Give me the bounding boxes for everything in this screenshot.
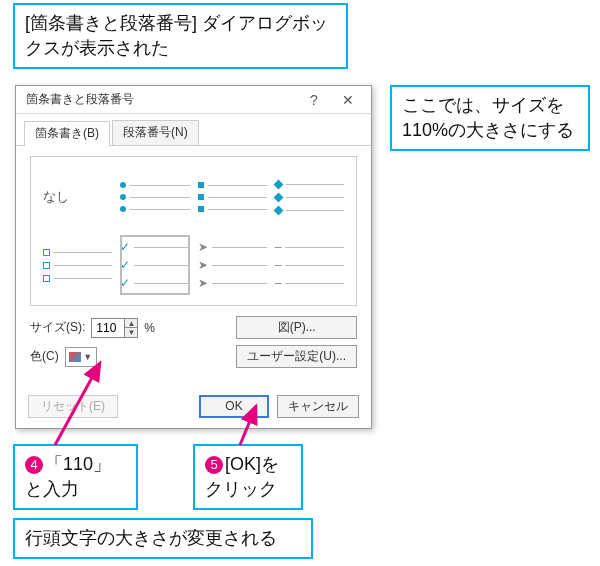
bullet-option-box[interactable] [43, 235, 112, 295]
help-button[interactable]: ? [297, 89, 331, 111]
cancel-button[interactable]: キャンセル [277, 395, 359, 418]
tab-numbering[interactable]: 段落番号(N) [112, 120, 199, 145]
color-picker[interactable]: ▼ [65, 347, 97, 367]
dialog-body: なし ✓ [16, 146, 371, 376]
bullet-option-check[interactable]: ✓ ✓ ✓ [120, 235, 189, 295]
spin-up-icon[interactable]: ▲ [125, 319, 137, 328]
callout-bottom: 行頭文字の大きさが変更される [13, 518, 313, 559]
box-icon [43, 249, 50, 256]
callout-right: ここでは、サイズを110%の大きさにする [390, 85, 590, 151]
disc-icon [120, 182, 126, 188]
tab-strip: 箇条書き(B) 段落番号(N) [16, 114, 371, 146]
size-input[interactable] [92, 321, 124, 335]
color-swatch-icon [69, 352, 81, 362]
dialog-titlebar: 箇条書きと段落番号 ? ✕ [16, 86, 371, 114]
chevron-down-icon: ▼ [83, 352, 92, 362]
callout-step5: 5[OK]をクリック [193, 444, 303, 510]
arrow-icon: ➤ [198, 241, 208, 253]
bullet-option-dash[interactable]: – – – [275, 235, 344, 295]
bullets-numbering-dialog: 箇条書きと段落番号 ? ✕ 箇条書き(B) 段落番号(N) なし [15, 85, 372, 429]
bullet-option-disc[interactable] [120, 167, 189, 227]
bullet-option-arrow[interactable]: ➤ ➤ ➤ [198, 235, 267, 295]
picture-button[interactable]: 図(P)... [236, 316, 357, 339]
size-spinner[interactable]: ▲ ▼ [124, 319, 137, 337]
reset-button: リセット(E) [28, 395, 118, 418]
callout-step4: 4「110」と入力 [13, 444, 138, 510]
bullet-option-none[interactable]: なし [43, 167, 112, 227]
size-label: サイズ(S): [30, 319, 85, 336]
ok-button[interactable]: OK [199, 395, 269, 418]
dialog-footer: リセット(E) OK キャンセル [16, 387, 371, 428]
spin-down-icon[interactable]: ▼ [125, 328, 137, 337]
close-button[interactable]: ✕ [331, 89, 365, 111]
bullet-option-square[interactable] [198, 167, 267, 227]
customize-button[interactable]: ユーザー設定(U)... [236, 345, 357, 368]
percent-label: % [144, 321, 155, 335]
dialog-title: 箇条書きと段落番号 [26, 91, 297, 108]
callout-top: [箇条書きと段落番号] ダイアログボックスが表示された [13, 3, 348, 69]
color-label: 色(C) [30, 348, 59, 365]
diamond-icon [273, 179, 283, 189]
square-icon [198, 182, 204, 188]
step4-number-badge: 4 [25, 456, 43, 474]
size-field[interactable]: ▲ ▼ [91, 318, 138, 338]
bullet-option-diamond[interactable] [275, 167, 344, 227]
bullet-style-grid: なし ✓ [30, 156, 357, 306]
tab-bullets[interactable]: 箇条書き(B) [24, 121, 110, 146]
step5-number-badge: 5 [205, 456, 223, 474]
check-icon: ✓ [120, 241, 130, 253]
